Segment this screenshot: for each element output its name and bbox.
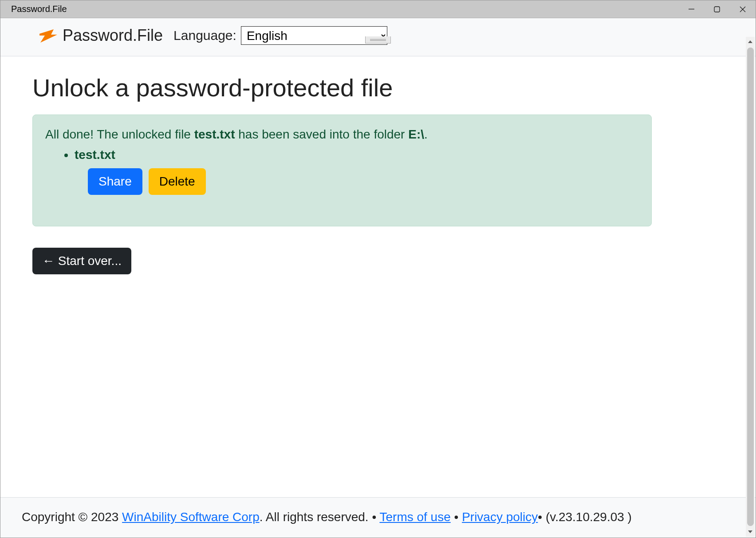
scroll-down-icon[interactable] xyxy=(746,527,755,537)
alert-text: has been saved into the folder xyxy=(235,127,409,141)
app-content: Password.File Language: English Unlock a… xyxy=(0,18,756,538)
file-list-item: test.txt xyxy=(75,148,639,162)
delete-button[interactable]: Delete xyxy=(149,168,206,195)
footer: Copyright © 2023 WinAbility Software Cor… xyxy=(0,497,756,538)
alert-text: . xyxy=(424,127,428,141)
close-button[interactable] xyxy=(730,0,756,18)
alert-folder: E:\ xyxy=(408,127,424,141)
separator-text: • xyxy=(451,510,462,524)
svg-marker-6 xyxy=(748,530,752,533)
svg-marker-4 xyxy=(39,29,57,43)
maximize-button[interactable] xyxy=(704,0,730,18)
scrollbar-thumb[interactable] xyxy=(747,47,754,526)
page-title: Unlock a password-protected file xyxy=(32,73,724,102)
window-title: Password.File xyxy=(11,4,67,14)
close-icon xyxy=(739,6,746,13)
start-over-button[interactable]: ← Start over... xyxy=(32,248,131,274)
language-label: Language: xyxy=(173,28,236,43)
success-alert: All done! The unlocked file test.txt has… xyxy=(32,115,652,226)
drag-handle-icon[interactable] xyxy=(365,36,391,44)
rights-text: . All rights reserved. • xyxy=(260,510,380,524)
share-button[interactable]: Share xyxy=(88,168,142,195)
minimize-button[interactable] xyxy=(678,0,704,18)
main-area: Unlock a password-protected file All don… xyxy=(0,56,756,274)
privacy-link[interactable]: Privacy policy xyxy=(462,510,538,524)
scroll-up-icon[interactable] xyxy=(746,37,755,47)
terms-link[interactable]: Terms of use xyxy=(379,510,450,524)
svg-marker-5 xyxy=(748,40,752,43)
copyright-text: Copyright © 2023 xyxy=(22,510,122,524)
alert-message: All done! The unlocked file test.txt has… xyxy=(45,127,639,142)
company-link[interactable]: WinAbility Software Corp xyxy=(122,510,260,524)
window-titlebar: Password.File xyxy=(0,0,756,18)
app-name: Password.File xyxy=(63,26,163,45)
maximize-icon xyxy=(713,6,721,13)
svg-rect-1 xyxy=(714,7,720,12)
version-text: • (v.23.10.29.03 ) xyxy=(538,510,632,524)
window-controls xyxy=(678,0,756,18)
app-logo-icon xyxy=(36,24,59,47)
minimize-icon xyxy=(688,6,695,12)
alert-text: All done! The unlocked file xyxy=(45,127,194,141)
alert-filename: test.txt xyxy=(194,127,235,141)
vertical-scrollbar[interactable] xyxy=(746,37,755,537)
